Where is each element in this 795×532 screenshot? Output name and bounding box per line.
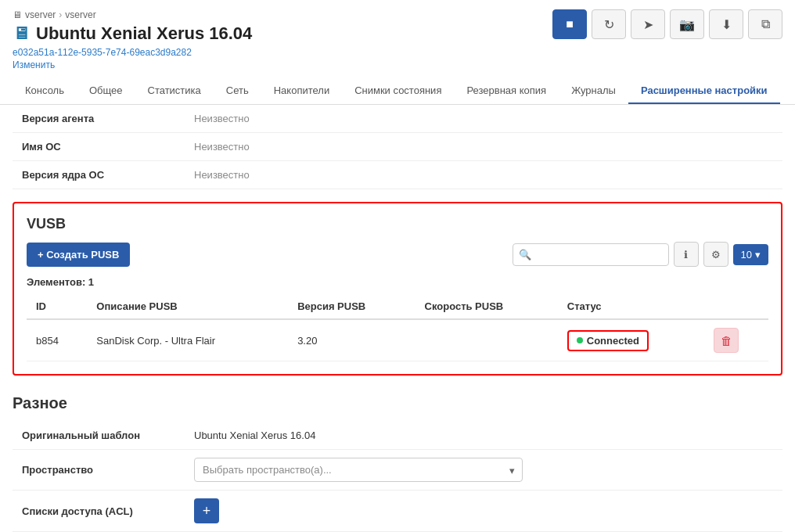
template-label: Оригинальный шаблон <box>13 422 185 450</box>
breadcrumb: 🖥 vserver › vserver <box>13 9 252 20</box>
search-bar: 🔍 ℹ ⚙ 10 ▾ <box>513 242 768 267</box>
vusb-title: VUSB <box>27 216 768 232</box>
status-label: Connected <box>587 335 639 347</box>
acl-add-button[interactable]: + <box>194 498 219 523</box>
misc-title: Разное <box>13 394 782 412</box>
space-label: Пространство <box>13 450 185 491</box>
tab-advanced[interactable]: Расширенные настройки <box>628 78 780 104</box>
row-actions: 🗑 <box>704 319 768 361</box>
space-value: Выбрать пространство(а)... <box>185 450 782 491</box>
toolbar: ■ ↻ ➤ 📷 ⬇ ⧉ <box>552 9 782 39</box>
tab-backup[interactable]: Резервная копия <box>454 78 559 104</box>
table-row: Версия ядра ОС Неизвестно <box>13 161 782 189</box>
breadcrumb-monitor-icon: 🖥 <box>13 9 22 20</box>
info-table: Версия агента Неизвестно Имя ОС Неизвест… <box>13 105 782 189</box>
row-version: 3.20 <box>288 319 415 361</box>
os-name-value: Неизвестно <box>185 133 782 161</box>
per-page-value: 10 <box>741 249 752 261</box>
vm-monitor-icon: 🖥 <box>13 23 30 44</box>
agent-version-label: Версия агента <box>13 105 185 133</box>
table-row: Списки доступа (ACL) + <box>13 491 782 532</box>
row-description: SanDisk Corp. - Ultra Flair <box>87 319 288 361</box>
clone-button[interactable]: ⧉ <box>748 9 782 39</box>
items-count: Элементов: 1 <box>27 276 768 288</box>
download-button[interactable]: ⬇ <box>709 9 743 39</box>
tab-logs[interactable]: Журналы <box>559 78 628 104</box>
col-description: Описание PUSB <box>87 294 288 319</box>
tab-storage[interactable]: Накопители <box>261 78 342 104</box>
status-badge: Connected <box>567 330 649 351</box>
table-row: Пространство Выбрать пространство(а)... <box>13 450 782 491</box>
space-select[interactable]: Выбрать пространство(а)... <box>194 458 523 482</box>
breadcrumb-vserver1: vserver <box>25 9 56 20</box>
kernel-version-value: Неизвестно <box>185 161 782 189</box>
tab-stats[interactable]: Статистика <box>135 78 214 104</box>
row-id: b854 <box>27 319 87 361</box>
row-status: Connected <box>558 319 704 361</box>
search-icon: 🔍 <box>519 249 531 261</box>
col-actions <box>704 294 768 319</box>
agent-version-value: Неизвестно <box>185 105 782 133</box>
vm-uuid[interactable]: e032a51a-112e-5935-7e74-69eac3d9a282 <box>13 47 252 58</box>
template-value: Ubuntu Xenial Xerus 16.04 <box>185 422 782 450</box>
misc-section: Разное Оригинальный шаблон Ubuntu Xenial… <box>13 394 782 532</box>
vm-title: 🖥 Ubuntu Xenial Xerus 16.04 <box>13 23 252 44</box>
table-row: b854 SanDisk Corp. - Ultra Flair 3.20 Co… <box>27 319 768 361</box>
chevron-down-icon: ▾ <box>755 249 761 261</box>
kernel-version-label: Версия ядра ОС <box>13 161 185 189</box>
table-row: Версия агента Неизвестно <box>13 105 782 133</box>
os-name-label: Имя ОС <box>13 133 185 161</box>
vusb-section: VUSB + Создать PUSB 🔍 ℹ ⚙ 10 ▾ Элементов… <box>13 202 782 376</box>
breadcrumb-sep: › <box>59 9 62 20</box>
per-page-button[interactable]: 10 ▾ <box>733 244 768 265</box>
col-id: ID <box>27 294 87 319</box>
acl-label: Списки доступа (ACL) <box>13 491 185 532</box>
col-speed: Скорость PUSB <box>415 294 558 319</box>
breadcrumb-vserver2: vserver <box>65 9 95 20</box>
delete-button[interactable]: 🗑 <box>714 328 739 353</box>
vusb-table: ID Описание PUSB Версия PUSB Скорость PU… <box>27 294 768 361</box>
table-row: Имя ОС Неизвестно <box>13 133 782 161</box>
table-header-row: ID Описание PUSB Версия PUSB Скорость PU… <box>27 294 768 319</box>
tab-console[interactable]: Консоль <box>13 78 77 104</box>
search-input[interactable] <box>513 243 669 266</box>
info-button[interactable]: ℹ <box>674 242 699 267</box>
col-status: Статус <box>558 294 704 319</box>
camera-button[interactable]: 📷 <box>670 9 704 39</box>
stop-button[interactable]: ■ <box>552 9 587 39</box>
acl-value: + <box>185 491 782 532</box>
tab-network[interactable]: Сеть <box>214 78 261 104</box>
vm-edit-link[interactable]: Изменить <box>13 59 252 70</box>
forward-button[interactable]: ➤ <box>631 9 665 39</box>
tab-snapshots[interactable]: Снимки состояния <box>342 78 454 104</box>
create-pusb-button[interactable]: + Создать PUSB <box>27 243 130 267</box>
settings-icon-button[interactable]: ⚙ <box>703 242 728 267</box>
tabs-bar: Консоль Общее Статистика Сеть Накопители… <box>0 78 795 105</box>
refresh-button[interactable]: ↻ <box>592 9 626 39</box>
col-version: Версия PUSB <box>288 294 415 319</box>
row-speed <box>415 319 558 361</box>
status-connected-dot <box>577 337 583 343</box>
table-row: Оригинальный шаблон Ubuntu Xenial Xerus … <box>13 422 782 450</box>
misc-table: Оригинальный шаблон Ubuntu Xenial Xerus … <box>13 422 782 532</box>
tab-general[interactable]: Общее <box>77 78 135 104</box>
